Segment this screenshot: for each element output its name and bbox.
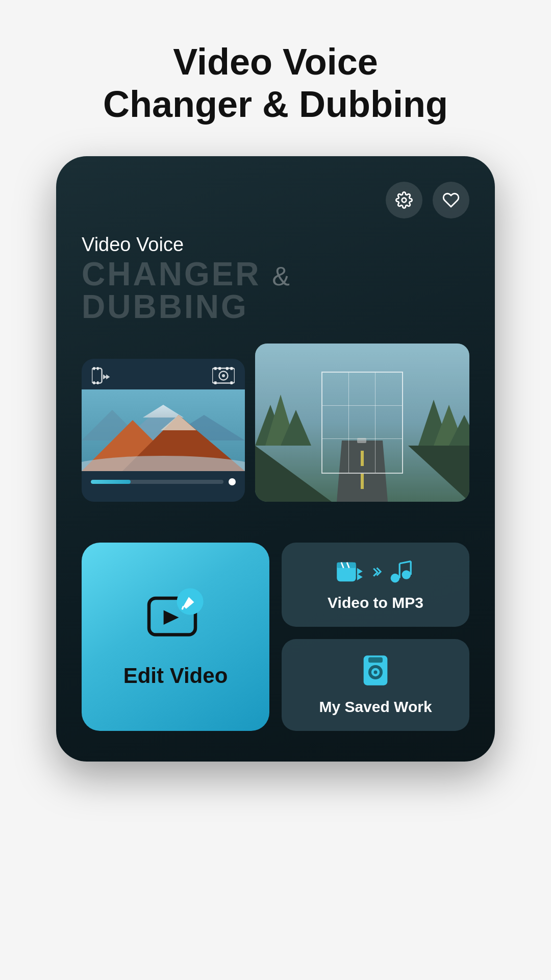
progress-dot xyxy=(229,478,236,485)
favorites-button[interactable] xyxy=(433,182,469,218)
svg-point-52 xyxy=(402,570,411,579)
svg-point-59 xyxy=(374,670,378,674)
heart-icon xyxy=(442,191,460,209)
svg-line-55 xyxy=(399,561,411,563)
app-title-big: CHANGER & DUBBING xyxy=(82,258,469,323)
svg-rect-60 xyxy=(368,657,383,663)
settings-button[interactable] xyxy=(386,182,422,218)
my-saved-work-icon-area xyxy=(360,654,391,690)
video-thumbnail-right xyxy=(255,344,469,502)
progress-area xyxy=(82,471,245,485)
app-subtitle: Video Voice xyxy=(82,234,469,256)
progress-fill xyxy=(91,480,131,484)
svg-rect-13 xyxy=(226,367,229,370)
video-to-mp3-label: Video to MP3 xyxy=(328,594,423,611)
svg-rect-15 xyxy=(214,381,217,384)
edit-video-icon-container xyxy=(142,585,209,651)
amp-text: & xyxy=(272,261,292,291)
progress-bar xyxy=(91,480,223,484)
film-reel-icon xyxy=(212,367,235,384)
svg-marker-50 xyxy=(357,573,363,580)
app-card: Video Voice CHANGER & DUBBING xyxy=(56,156,495,762)
svg-point-51 xyxy=(391,573,400,582)
svg-rect-3 xyxy=(97,367,99,370)
edit-video-label: Edit Video xyxy=(123,664,228,688)
svg-rect-46 xyxy=(337,562,356,568)
page-title-text: Video Voice Changer & Dubbing xyxy=(103,41,448,126)
card-top-bar xyxy=(82,359,245,389)
music-icon xyxy=(387,558,415,586)
video-to-mp3-button[interactable]: Video to MP3 xyxy=(282,543,469,627)
crop-grid xyxy=(321,372,403,474)
svg-marker-42 xyxy=(164,610,179,625)
top-bar xyxy=(82,182,469,218)
svg-rect-14 xyxy=(230,367,233,370)
svg-rect-4 xyxy=(93,381,95,384)
video-card-right[interactable] xyxy=(255,344,469,502)
my-saved-work-label: My Saved Work xyxy=(319,698,432,716)
app-header: Video Voice CHANGER & DUBBING xyxy=(82,234,469,323)
dubbing-text: DUBBING xyxy=(82,288,248,325)
fast-forward-icon xyxy=(92,367,114,384)
video-thumbnail-left xyxy=(82,389,245,471)
buttons-grid: Edit Video xyxy=(82,543,469,731)
edit-video-icon xyxy=(142,585,209,651)
svg-point-10 xyxy=(222,374,225,377)
svg-rect-2 xyxy=(93,367,95,370)
arrow-icon xyxy=(368,564,383,579)
page-header: Video Voice Changer & Dubbing xyxy=(103,41,448,126)
saved-work-icon xyxy=(360,654,391,690)
svg-rect-12 xyxy=(218,367,221,370)
video-to-mp3-icon-area xyxy=(336,558,415,586)
svg-rect-1 xyxy=(92,368,102,383)
video-icon xyxy=(336,558,364,586)
svg-rect-16 xyxy=(230,381,233,384)
svg-rect-11 xyxy=(214,367,217,370)
svg-rect-5 xyxy=(97,381,99,384)
preview-area xyxy=(82,344,469,517)
changer-text: CHANGER xyxy=(82,256,261,292)
my-saved-work-button[interactable]: My Saved Work xyxy=(282,639,469,731)
gear-icon xyxy=(395,191,413,209)
video-card-left[interactable] xyxy=(82,359,245,502)
svg-marker-49 xyxy=(357,568,363,574)
edit-video-button[interactable]: Edit Video xyxy=(82,543,269,731)
svg-point-0 xyxy=(402,198,407,202)
svg-marker-7 xyxy=(106,374,110,379)
